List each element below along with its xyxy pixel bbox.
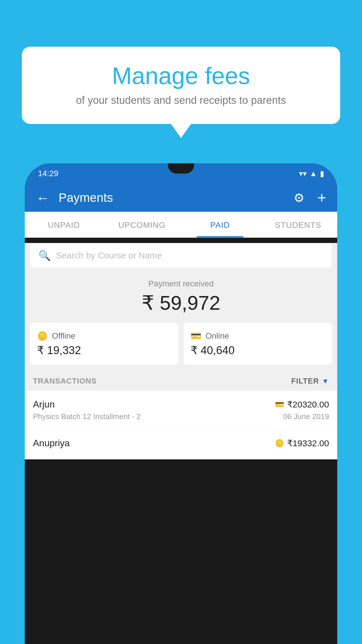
wifi-icon: ▾▾ xyxy=(299,169,307,178)
tabs-container: UNPAID UPCOMING PAID STUDENTS xyxy=(25,212,337,238)
battery-icon: ▮ xyxy=(320,169,324,178)
search-input[interactable]: Search by Course or Name xyxy=(56,251,162,260)
settings-icon[interactable]: ⚙ xyxy=(294,191,305,205)
transaction-detail: Physics Batch 12 Installment - 2 xyxy=(33,412,141,421)
offline-card-header: 🪙 Offline xyxy=(37,331,171,341)
payment-cash-icon: 🪙 xyxy=(275,439,284,448)
phone-notch xyxy=(168,163,194,174)
app-content: 🔍 Search by Course or Name Payment recei… xyxy=(25,243,337,459)
phone-frame: 14:29 ▾▾ ▲ ▮ ← Payments ⚙ + UNPAID UPCOM… xyxy=(25,163,337,644)
speech-bubble: Manage fees of your students and send re… xyxy=(22,47,340,124)
app-header: ← Payments ⚙ + xyxy=(25,184,337,212)
back-button[interactable]: ← xyxy=(36,190,50,206)
transactions-header: TRANSACTIONS FILTER ▼ xyxy=(25,370,337,391)
online-payment-card: 💳 Online ₹ 40,640 xyxy=(184,323,332,365)
transaction-amount: ₹19332.00 xyxy=(287,438,329,448)
tab-students[interactable]: STUDENTS xyxy=(259,212,337,237)
filter-label: FILTER xyxy=(291,377,319,386)
transaction-name: Anupriya xyxy=(33,438,70,449)
header-title: Payments xyxy=(59,191,285,205)
search-bar[interactable]: 🔍 Search by Course or Name xyxy=(30,243,332,268)
bubble-subtitle: of your students and send receipts to pa… xyxy=(39,94,323,106)
transactions-label: TRANSACTIONS xyxy=(33,377,97,386)
transaction-amount-wrap: 🪙 ₹19332.00 xyxy=(275,438,329,448)
transaction-row-top: Arjun 💳 ₹20320.00 xyxy=(33,399,329,410)
tab-unpaid[interactable]: UNPAID xyxy=(25,212,103,237)
transaction-row-bottom: Physics Batch 12 Installment - 2 06 June… xyxy=(33,412,329,421)
payment-summary: Payment received ₹ 59,972 xyxy=(25,268,337,323)
add-button[interactable]: + xyxy=(317,189,326,206)
status-icons: ▾▾ ▲ ▮ xyxy=(299,169,324,178)
payment-cards: 🪙 Offline ₹ 19,332 💳 Online ₹ 40,640 xyxy=(30,323,332,365)
transaction-amount: ₹20320.00 xyxy=(287,399,329,410)
bubble-title: Manage fees xyxy=(39,63,323,89)
table-row[interactable]: Arjun 💳 ₹20320.00 Physics Batch 12 Insta… xyxy=(25,391,337,430)
tab-paid[interactable]: PAID xyxy=(181,212,259,237)
status-bar: 14:29 ▾▾ ▲ ▮ xyxy=(25,163,337,184)
online-icon: 💳 xyxy=(191,331,201,341)
offline-icon: 🪙 xyxy=(37,331,48,341)
transaction-date: 06 June 2019 xyxy=(283,412,329,421)
filter-button[interactable]: FILTER ▼ xyxy=(291,377,329,386)
transaction-row-top: Anupriya 🪙 ₹19332.00 xyxy=(33,438,329,449)
online-label: Online xyxy=(205,331,229,341)
phone-container: 14:29 ▾▾ ▲ ▮ ← Payments ⚙ + UNPAID UPCOM… xyxy=(25,163,337,644)
payment-amount: ₹ 59,972 xyxy=(31,291,331,314)
payment-card-icon: 💳 xyxy=(275,400,284,409)
transaction-amount-wrap: 💳 ₹20320.00 xyxy=(275,399,329,410)
tab-upcoming[interactable]: UPCOMING xyxy=(103,212,181,237)
filter-icon: ▼ xyxy=(322,377,329,385)
offline-payment-card: 🪙 Offline ₹ 19,332 xyxy=(30,323,178,365)
table-row[interactable]: Anupriya 🪙 ₹19332.00 xyxy=(25,430,337,459)
status-time: 14:29 xyxy=(38,169,58,178)
signal-icon: ▲ xyxy=(310,169,317,178)
transaction-name: Arjun xyxy=(33,399,55,410)
online-amount: ₹ 40,640 xyxy=(191,344,325,357)
offline-amount: ₹ 19,332 xyxy=(37,344,171,357)
speech-bubble-container: Manage fees of your students and send re… xyxy=(22,47,340,124)
payment-label: Payment received xyxy=(31,279,331,288)
offline-label: Offline xyxy=(52,331,75,341)
search-icon: 🔍 xyxy=(38,250,51,261)
transaction-list: Arjun 💳 ₹20320.00 Physics Batch 12 Insta… xyxy=(25,391,337,459)
online-card-header: 💳 Online xyxy=(191,331,325,341)
